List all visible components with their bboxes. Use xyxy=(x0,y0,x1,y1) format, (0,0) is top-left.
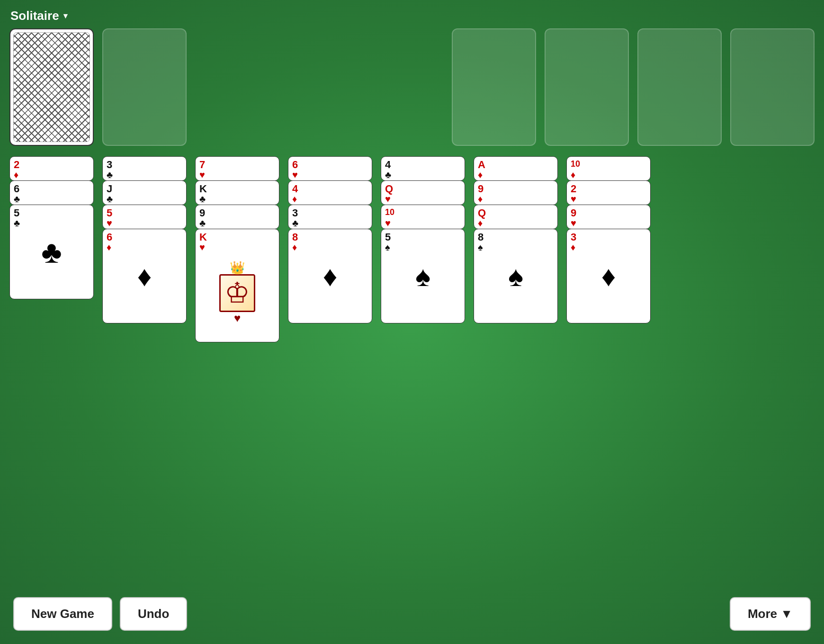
foundation-3 xyxy=(637,28,722,146)
king-bottom-suit: ♥ xyxy=(219,312,255,324)
waste-slot xyxy=(102,28,187,146)
card-rank: 4 xyxy=(292,184,298,194)
card-rank: 5 xyxy=(385,232,391,242)
card-8s[interactable]: 8 ♠ ♠ xyxy=(474,229,558,323)
card-suit: ♦ xyxy=(571,170,575,179)
tableau-column-5: 4 ♣ Q ♥ 10 ♥ 5 ♠ ♠ xyxy=(381,156,465,342)
card-ad[interactable]: A ♦ xyxy=(474,156,558,181)
card-rank: 10 xyxy=(385,208,394,216)
card-suit: ♣ xyxy=(14,218,20,228)
tableau-column-3: 7 ♥ K ♣ 9 ♣ K ♥ 👑 ♔ ♥ xyxy=(195,156,279,342)
king-art: 👑 ♔ ♥ xyxy=(219,261,255,325)
tableau-column-4: 6 ♥ 4 ♦ 3 ♣ 8 ♦ ♦ xyxy=(288,156,372,342)
card-qh[interactable]: Q ♥ xyxy=(381,180,465,205)
card-suit: ♣ xyxy=(292,218,298,228)
card-rank: 3 xyxy=(107,160,112,170)
card-4c[interactable]: 4 ♣ xyxy=(381,156,465,181)
stock-card-pattern xyxy=(13,32,90,142)
tableau-column-6: A ♦ 9 ♦ Q ♦ 8 ♠ ♠ xyxy=(474,156,558,342)
bottom-left-buttons: New Game Undo xyxy=(13,597,187,631)
bottom-bar: New Game Undo More ▼ xyxy=(13,597,811,631)
card-5h[interactable]: 5 ♥ xyxy=(102,205,187,229)
card-9d[interactable]: 9 ♦ xyxy=(474,180,558,205)
card-5c[interactable]: 5 ♣ ♣ xyxy=(9,205,94,299)
foundation-4 xyxy=(730,28,815,146)
card-10h[interactable]: 10 ♥ xyxy=(381,205,465,229)
card-9h[interactable]: 9 ♥ xyxy=(566,205,651,229)
card-3d[interactable]: 3 ♦ ♦ xyxy=(566,229,651,323)
card-suit: ♦ xyxy=(478,218,483,228)
card-rank: 9 xyxy=(571,208,576,218)
new-game-button[interactable]: New Game xyxy=(13,597,112,631)
card-6d[interactable]: 6 ♦ ♦ xyxy=(102,229,187,323)
card-rank: 4 xyxy=(385,160,391,170)
card-pip: ♠ xyxy=(415,260,430,293)
card-rank: 6 xyxy=(107,232,112,242)
card-suit: ♠ xyxy=(385,242,390,252)
stock-pile[interactable] xyxy=(9,28,94,146)
card-4d[interactable]: 4 ♦ xyxy=(288,180,372,205)
king-body: ♔ xyxy=(219,274,255,312)
card-pip: ♦ xyxy=(601,260,616,293)
card-suit: ♦ xyxy=(107,242,111,252)
undo-button[interactable]: Undo xyxy=(120,597,187,631)
card-rank: 7 xyxy=(199,160,205,170)
tableau-area: 2 ♦ 6 ♣ 5 ♣ ♣ 3 ♣ J ♣ 5 ♥ 6 ♦ xyxy=(9,156,815,342)
title-dropdown-arrow: ▼ xyxy=(62,12,70,20)
foundation-1 xyxy=(452,28,536,146)
card-pip: ♣ xyxy=(41,234,62,270)
card-5s[interactable]: 5 ♠ ♠ xyxy=(381,229,465,323)
card-pip: ♠ xyxy=(508,260,523,293)
card-suit: ♥ xyxy=(385,194,391,204)
card-2h[interactable]: 2 ♥ xyxy=(566,180,651,205)
card-rank: 3 xyxy=(292,208,298,218)
card-8d[interactable]: 8 ♦ ♦ xyxy=(288,229,372,323)
card-suit: ♥ xyxy=(292,170,298,179)
card-kh[interactable]: K ♥ 👑 ♔ ♥ xyxy=(195,229,279,342)
card-rank: 9 xyxy=(199,208,205,218)
card-rank: K xyxy=(199,232,207,242)
card-rank: 3 xyxy=(571,232,576,242)
card-suit: ♦ xyxy=(478,170,483,179)
card-suit: ♦ xyxy=(14,170,18,179)
card-6c[interactable]: 6 ♣ xyxy=(9,180,94,205)
card-suit: ♣ xyxy=(107,194,113,204)
card-pip: ♦ xyxy=(137,260,152,293)
card-rank: 5 xyxy=(107,208,112,218)
card-rank: K xyxy=(199,184,207,194)
card-rank: 2 xyxy=(571,184,576,194)
king-crown: 👑 xyxy=(219,261,255,275)
game-title[interactable]: Solitaire ▼ xyxy=(10,9,69,23)
card-suit: ♥ xyxy=(385,218,391,228)
card-suit: ♣ xyxy=(14,194,20,204)
card-rank: 9 xyxy=(478,184,484,194)
foundation-2 xyxy=(545,28,629,146)
card-suit: ♦ xyxy=(292,242,297,252)
tableau-column-1: 2 ♦ 6 ♣ 5 ♣ ♣ xyxy=(9,156,94,342)
title-text: Solitaire xyxy=(10,9,59,23)
card-jc[interactable]: J ♣ xyxy=(102,180,187,205)
tableau-column-7: 10 ♦ 2 ♥ 9 ♥ 3 ♦ ♦ xyxy=(566,156,651,342)
card-qd[interactable]: Q ♦ xyxy=(474,205,558,229)
card-suit: ♣ xyxy=(385,170,391,179)
tableau-column-2: 3 ♣ J ♣ 5 ♥ 6 ♦ ♦ xyxy=(102,156,187,342)
card-rank: 5 xyxy=(14,208,19,218)
card-suit: ♣ xyxy=(107,170,113,179)
card-7h[interactable]: 7 ♥ xyxy=(195,156,279,181)
card-suit: ♦ xyxy=(571,242,575,252)
more-button[interactable]: More ▼ xyxy=(730,597,811,631)
card-6h[interactable]: 6 ♥ xyxy=(288,156,372,181)
card-kc[interactable]: K ♣ xyxy=(195,180,279,205)
card-rank: J xyxy=(107,184,112,194)
card-3c[interactable]: 3 ♣ xyxy=(102,156,187,181)
card-suit: ♥ xyxy=(199,170,205,179)
card-10d[interactable]: 10 ♦ xyxy=(566,156,651,181)
card-suit: ♣ xyxy=(199,194,206,204)
card-pip: ♦ xyxy=(323,260,338,293)
card-rank: 6 xyxy=(292,160,298,170)
card-3c-col4[interactable]: 3 ♣ xyxy=(288,205,372,229)
card-2d[interactable]: 2 ♦ xyxy=(9,156,94,181)
card-suit: ♠ xyxy=(478,242,483,252)
card-9c[interactable]: 9 ♣ xyxy=(195,205,279,229)
king-figure: 👑 ♔ ♥ xyxy=(196,243,279,342)
